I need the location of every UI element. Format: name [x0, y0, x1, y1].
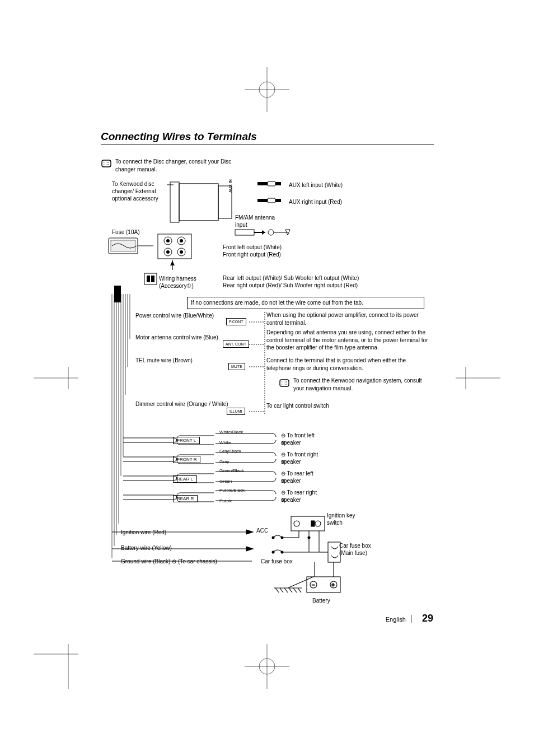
svg-point-63: [315, 521, 321, 526]
svg-rect-12: [102, 160, 111, 167]
svg-rect-53: [280, 380, 289, 386]
page-footer: English 29: [386, 613, 433, 624]
svg-point-65: [272, 536, 274, 539]
to-fl: ⊖ To front left speaker: [281, 432, 326, 446]
power-circuit: −+: [112, 515, 369, 605]
pcont-box: P.CONT: [226, 318, 246, 325]
svg-rect-25: [235, 230, 254, 235]
svg-line-93: [288, 577, 313, 588]
svg-rect-64: [311, 521, 315, 526]
svg-rect-15: [170, 182, 179, 222]
dashed-wire-outs: [249, 311, 271, 420]
nav-note: To connect the Kenwood navigation system…: [293, 377, 422, 392]
svg-rect-17: [179, 184, 218, 221]
footer-sep: [411, 615, 411, 623]
svg-point-27: [268, 230, 274, 235]
unit-graphic: [101, 179, 437, 302]
dimmer-label: Dimmer control wire (Orange / White): [135, 400, 228, 408]
speaker-wires: [123, 430, 280, 508]
svg-point-37: [180, 239, 183, 242]
page: Connecting Wires to Terminals To connect…: [0, 0, 534, 756]
to-rl: ⊖ To rear left speaker: [281, 470, 326, 484]
antcont-note: Depending on what antenna you are using,…: [266, 329, 430, 352]
svg-point-39: [180, 250, 183, 254]
section-title: Connecting Wires to Terminals: [101, 130, 257, 143]
to-rr: ⊖ To rear right speaker: [281, 489, 326, 503]
mute-note: Connect to the terminal that is grounded…: [266, 357, 429, 372]
svg-rect-22: [257, 199, 268, 202]
svg-rect-19: [257, 182, 268, 185]
to-fr-plus: ⊕: [281, 458, 285, 465]
svg-rect-43: [151, 276, 154, 282]
to-fr: ⊖ To front right speaker: [281, 451, 326, 465]
svg-rect-18: [218, 186, 232, 218]
page-number: 29: [422, 613, 433, 624]
tel-mute-label: TEL mute wire (Brown): [135, 357, 193, 364]
dimmer-note: To car light control switch: [266, 402, 329, 410]
svg-line-91: [293, 588, 297, 592]
svg-rect-41: [144, 273, 157, 284]
svg-rect-61: [291, 516, 325, 531]
crop-side-left: [34, 367, 78, 389]
svg-point-38: [166, 250, 170, 254]
svg-rect-20: [268, 181, 275, 186]
svg-point-76: [308, 536, 310, 539]
note-icon-nav: [279, 379, 290, 388]
svg-rect-24: [275, 199, 281, 202]
svg-point-67: [272, 551, 274, 553]
svg-rect-31: [158, 234, 191, 259]
svg-rect-21: [275, 182, 281, 185]
crop-side-right: [456, 367, 500, 389]
svg-line-89: [284, 588, 288, 592]
svg-line-88: [280, 588, 283, 592]
diagram-canvas: To connect the Disc changer, consult you…: [101, 157, 437, 610]
svg-text:−: −: [312, 582, 315, 588]
illumi-box: ILLUMI: [227, 408, 245, 415]
power-ctrl-label: Power control wire (Blue/White): [135, 312, 214, 319]
svg-line-87: [275, 588, 279, 592]
svg-text:+: +: [331, 582, 335, 588]
antcont-box: ANT. CONT: [223, 340, 249, 348]
note-icon: [101, 159, 112, 168]
pcont-note: When using the optional power amplifier,…: [266, 311, 423, 326]
to-rr-plus: ⊕: [281, 496, 285, 503]
svg-point-36: [166, 239, 170, 242]
svg-line-90: [289, 588, 292, 592]
svg-point-62: [294, 521, 299, 526]
svg-rect-30: [111, 240, 135, 251]
footer-lang: English: [386, 616, 406, 623]
svg-line-92: [298, 588, 301, 592]
mute-box: MUTE: [228, 363, 245, 370]
to-fl-plus: ⊕: [281, 439, 285, 446]
svg-rect-42: [147, 276, 150, 282]
svg-rect-23: [268, 198, 275, 203]
motor-ant-label: Motor antenna control wire (Blue): [135, 334, 218, 341]
crop-corner-bl: [34, 644, 78, 689]
crop-circle-bottom: [245, 644, 289, 689]
intro-note: To connect the Disc changer, consult you…: [115, 158, 238, 173]
title-rule: [101, 144, 434, 144]
crop-circle-top: [245, 67, 289, 112]
to-rl-plus: ⊕: [281, 477, 285, 484]
svg-rect-77: [328, 542, 340, 562]
